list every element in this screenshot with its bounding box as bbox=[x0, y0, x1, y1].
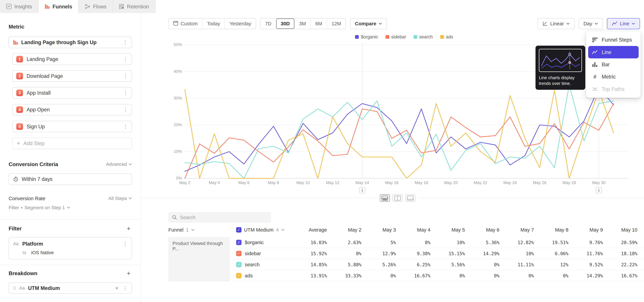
table-body: Product Viewed through P... $organic16.0… bbox=[168, 237, 644, 281]
tab-flows[interactable]: Flows bbox=[79, 0, 113, 13]
chart-and-table-view-toggle[interactable] bbox=[380, 194, 390, 202]
custom-label: Custom bbox=[180, 21, 198, 26]
column-header[interactable]: Average bbox=[292, 227, 327, 233]
funnel-name-cell[interactable]: Product Viewed through P... bbox=[168, 237, 230, 281]
series-line-ads bbox=[185, 89, 614, 178]
tab-funnels[interactable]: Funnels bbox=[38, 0, 79, 13]
breakdown-heading: Breakdown bbox=[8, 270, 38, 276]
kebab-menu-icon[interactable] bbox=[123, 56, 128, 62]
table-cell: 0% bbox=[500, 273, 534, 278]
menu-item-funnel-steps[interactable]: Funnel Steps bbox=[588, 34, 639, 46]
metric-card[interactable]: Landing Page through Sign Up bbox=[8, 36, 132, 48]
table-cell: 2.63% bbox=[327, 240, 362, 245]
table-cell: 11.76% bbox=[568, 251, 603, 256]
row-checkbox[interactable] bbox=[236, 262, 242, 267]
add-step-button[interactable]: Add Step bbox=[12, 138, 132, 149]
series-line-search bbox=[185, 85, 614, 178]
select-all-checkbox[interactable] bbox=[236, 227, 242, 232]
chart-toolbar: Custom Today Yesterday 7D 30D 3M 6M 12M … bbox=[168, 18, 640, 29]
custom-date-button[interactable]: Custom bbox=[169, 18, 202, 29]
advanced-dropdown[interactable]: Advanced bbox=[106, 162, 132, 167]
yesterday-button[interactable]: Yesterday bbox=[225, 18, 256, 29]
column-header[interactable]: May 7 bbox=[500, 227, 534, 233]
column-header[interactable]: May 3 bbox=[362, 227, 396, 233]
kebab-menu-icon[interactable] bbox=[122, 39, 128, 46]
conversion-window-row[interactable]: Within 7 days bbox=[8, 173, 132, 185]
kebab-menu-icon[interactable] bbox=[123, 90, 128, 96]
tab-insights[interactable]: Insights bbox=[0, 0, 38, 13]
menu-item-line[interactable]: Line bbox=[588, 46, 639, 58]
legend-swatch bbox=[440, 35, 444, 39]
filter-segment-dropdown[interactable]: Filter + Segment on Step 1 bbox=[8, 205, 70, 210]
funnel-step-5[interactable]: 5 Sign Up bbox=[12, 121, 132, 132]
row-name: sidebar bbox=[245, 251, 261, 256]
column-header[interactable]: May 9 bbox=[568, 227, 603, 233]
add-filter-button[interactable] bbox=[125, 226, 132, 231]
kebab-menu-icon[interactable] bbox=[123, 73, 128, 79]
filter-operator[interactable]: Is bbox=[22, 250, 26, 255]
metric-hash-icon bbox=[592, 74, 598, 80]
row-checkbox[interactable] bbox=[236, 273, 242, 278]
search-input[interactable] bbox=[180, 214, 268, 220]
drag-handle-icon[interactable] bbox=[13, 286, 16, 290]
column-header[interactable]: May 4 bbox=[396, 227, 430, 233]
funnel-step-1[interactable]: 1 Landing Page bbox=[12, 53, 132, 65]
remove-breakdown-icon[interactable] bbox=[114, 286, 119, 290]
column-header[interactable]: May 10 bbox=[603, 227, 638, 233]
compare-label: Compare bbox=[355, 21, 376, 26]
chart-type-button[interactable]: Line bbox=[607, 18, 640, 29]
row-checkbox[interactable] bbox=[236, 251, 242, 256]
legend-item[interactable]: ads bbox=[440, 34, 453, 40]
tab-label: Funnels bbox=[52, 4, 72, 10]
funnel-step-4[interactable]: 4 App Open bbox=[12, 104, 132, 116]
all-steps-dropdown[interactable]: All Steps bbox=[108, 196, 132, 201]
legend-item[interactable]: sidebar bbox=[386, 34, 406, 40]
column-header[interactable]: May 5 bbox=[430, 227, 465, 233]
clock-icon bbox=[13, 176, 18, 182]
funnel-column-header[interactable]: Funnel 1 bbox=[168, 227, 232, 233]
tab-retention[interactable]: Retention bbox=[113, 0, 156, 13]
chart-only-view-toggle[interactable] bbox=[405, 194, 415, 202]
chevron-down-icon bbox=[566, 23, 570, 25]
row-checkbox[interactable] bbox=[236, 240, 242, 245]
scale-linear-button[interactable]: Linear bbox=[538, 18, 574, 29]
menu-item-metric[interactable]: Metric bbox=[588, 71, 639, 83]
conversion-window-label: Within 7 days bbox=[22, 176, 52, 182]
date-preset-group: Custom Today Yesterday bbox=[168, 18, 256, 29]
column-header[interactable]: May 2 bbox=[327, 227, 362, 233]
column-header[interactable]: May 8 bbox=[534, 227, 568, 233]
kebab-menu-icon[interactable] bbox=[122, 241, 128, 247]
range-3m-button[interactable]: 3M bbox=[294, 18, 310, 29]
breakdown-column-header[interactable]: UTM Medium 4 bbox=[232, 227, 292, 233]
granularity-day-button[interactable]: Day bbox=[578, 18, 603, 29]
funnel-header-label: Funnel bbox=[168, 227, 184, 233]
range-6m-button[interactable]: 6M bbox=[310, 18, 327, 29]
breakdown-card-utm-medium[interactable]: Aa UTM Medium bbox=[8, 282, 132, 294]
filter-value[interactable]: iOS Native bbox=[31, 250, 54, 255]
range-7d-button[interactable]: 7D bbox=[260, 18, 276, 29]
range-12m-button[interactable]: 12M bbox=[327, 18, 346, 29]
kebab-menu-icon[interactable] bbox=[123, 106, 128, 113]
chevron-down-icon bbox=[632, 23, 635, 25]
range-30d-button[interactable]: 30D bbox=[276, 18, 294, 29]
legend-swatch bbox=[386, 35, 389, 39]
table-cell: 10% bbox=[430, 240, 465, 245]
menu-item-bar[interactable]: Bar bbox=[588, 58, 639, 71]
add-breakdown-button[interactable] bbox=[125, 270, 132, 276]
tooltip-mini-chart bbox=[539, 49, 582, 72]
funnel-step-3[interactable]: 3 App Install bbox=[12, 87, 132, 99]
funnel-step-2[interactable]: 2 Download Page bbox=[12, 70, 132, 82]
compare-button[interactable]: Compare bbox=[350, 18, 387, 29]
legend-item[interactable]: $organic bbox=[355, 34, 378, 40]
table-cell: 14.29% bbox=[568, 273, 603, 278]
today-button[interactable]: Today bbox=[202, 18, 224, 29]
table-cell: 5.26% bbox=[362, 262, 396, 267]
table-cell: 16.03% bbox=[292, 240, 327, 245]
column-header[interactable]: May 6 bbox=[465, 227, 500, 233]
x-axis-label: May 8 bbox=[268, 180, 279, 185]
legend-item[interactable]: search bbox=[414, 34, 433, 40]
split-view-toggle[interactable] bbox=[392, 194, 402, 202]
kebab-menu-icon[interactable] bbox=[123, 123, 128, 130]
filter-card-platform[interactable]: Aa Platform Is iOS Native bbox=[8, 237, 132, 260]
kebab-menu-icon[interactable] bbox=[122, 285, 128, 291]
